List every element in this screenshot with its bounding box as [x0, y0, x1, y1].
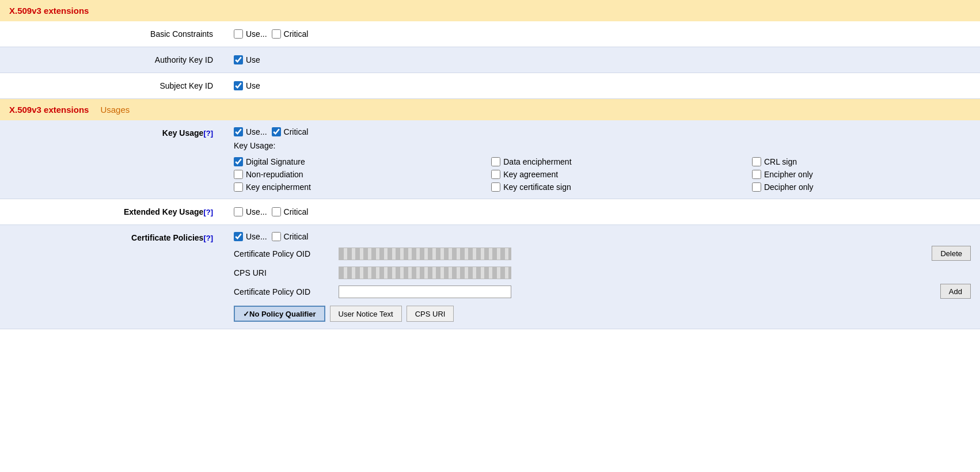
ku-digital-sig-checkbox[interactable]: Digital Signature [234, 157, 468, 166]
subject-use-checkbox[interactable]: Use [234, 81, 260, 90]
cp-oid-input-1-blurred [339, 248, 511, 260]
subject-use-input[interactable] [234, 81, 243, 90]
ku-key-agree-checkbox[interactable]: Key agreement [491, 170, 729, 179]
section-2-subtitle: Usages [100, 105, 130, 115]
authority-use-checkbox[interactable]: Use [234, 55, 260, 64]
basic-critical-input[interactable] [272, 29, 281, 39]
cp-oid-input-2[interactable] [339, 286, 511, 298]
key-usage-grid: Digital Signature Data encipherment CRL … [234, 157, 971, 192]
qualifier-row: ✓No Policy Qualifier User Notice Text CP… [234, 306, 971, 322]
ku-data-enc-checkbox[interactable]: Data encipherment [491, 157, 729, 166]
ku-key-cert-input[interactable] [491, 182, 500, 192]
cp-help[interactable]: [?] [203, 234, 213, 242]
eku-critical-input[interactable] [272, 207, 281, 216]
key-usage-sublabel: Key Usage: [234, 141, 971, 150]
ku-non-rep-checkbox[interactable]: Non-repudiation [234, 170, 468, 179]
basic-critical-checkbox[interactable]: Critical [272, 29, 309, 39]
basic-use-input[interactable] [234, 29, 243, 39]
cp-critical-input[interactable] [272, 232, 281, 241]
eku-help[interactable]: [?] [203, 208, 213, 216]
add-button[interactable]: Add [940, 284, 971, 299]
subject-key-id-row: Subject Key ID Use [0, 73, 980, 99]
delete-button[interactable]: Delete [932, 246, 971, 261]
basic-constraints-content: Use... Critical [225, 21, 980, 47]
extended-key-usage-row: Extended Key Usage[?] Use... Critical [0, 199, 980, 225]
cp-use-input[interactable] [234, 232, 243, 241]
key-usage-row: Key Usage[?] Use... Critical Key Usage: … [0, 120, 980, 199]
section-1-title: X.509v3 extensions [9, 6, 89, 16]
cert-policy-oid-row-1: Certificate Policy OID Delete [234, 246, 971, 261]
cp-oid-label-1: Certificate Policy OID [234, 249, 332, 258]
ku-crl-sign-input[interactable] [752, 157, 761, 166]
ku-use-checkbox[interactable]: Use... [234, 127, 267, 136]
subject-key-id-content: Use [225, 73, 980, 98]
ku-encipher-checkbox[interactable]: Encipher only [752, 170, 971, 179]
key-usage-content: Use... Critical Key Usage: Digital Signa… [225, 120, 980, 199]
extended-key-usage-content: Use... Critical [225, 199, 980, 224]
ku-encipher-input[interactable] [752, 170, 761, 179]
key-usage-help[interactable]: [?] [203, 129, 213, 138]
cps-uri-label: CPS URI [234, 268, 332, 277]
eku-critical-checkbox[interactable]: Critical [272, 207, 309, 216]
ku-critical-checkbox[interactable]: Critical [272, 127, 309, 136]
ku-decipher-input[interactable] [752, 182, 761, 192]
subject-key-id-label: Subject Key ID [0, 73, 225, 98]
ku-key-enc-checkbox[interactable]: Key encipherment [234, 182, 468, 192]
cps-uri-button[interactable]: CPS URI [407, 306, 454, 322]
cps-uri-input-blurred [339, 267, 511, 279]
user-notice-text-button[interactable]: User Notice Text [330, 306, 402, 322]
ku-data-enc-input[interactable] [491, 157, 500, 166]
cert-policies-label: Certificate Policies[?] [0, 225, 225, 329]
eku-use-checkbox[interactable]: Use... [234, 207, 267, 216]
cp-critical-checkbox[interactable]: Critical [272, 232, 309, 241]
authority-key-id-label: Authority Key ID [0, 47, 225, 73]
ku-non-rep-input[interactable] [234, 170, 243, 179]
basic-constraints-label: Basic Constraints [0, 21, 225, 47]
section-2-header: X.509v3 extensions Usages [0, 99, 980, 120]
basic-constraints-row: Basic Constraints Use... Critical [0, 21, 980, 47]
cert-policy-oid-row-2: Certificate Policy OID Add [234, 284, 971, 299]
cert-policies-row: Certificate Policies[?] Use... Critical … [0, 225, 980, 329]
eku-use-input[interactable] [234, 207, 243, 216]
ku-key-cert-checkbox[interactable]: Key certificate sign [491, 182, 729, 192]
cp-use-checkbox[interactable]: Use... [234, 232, 267, 241]
ku-crl-sign-checkbox[interactable]: CRL sign [752, 157, 971, 166]
cps-uri-row: CPS URI [234, 267, 971, 279]
basic-use-checkbox[interactable]: Use... [234, 29, 267, 39]
ku-decipher-checkbox[interactable]: Decipher only [752, 182, 971, 192]
authority-key-id-row: Authority Key ID Use [0, 47, 980, 73]
cert-policies-content: Use... Critical Certificate Policy OID D… [225, 225, 980, 329]
no-policy-qualifier-button[interactable]: ✓No Policy Qualifier [234, 306, 325, 322]
ku-digital-sig-input[interactable] [234, 157, 243, 166]
cp-oid-label-2: Certificate Policy OID [234, 287, 332, 296]
ku-key-enc-input[interactable] [234, 182, 243, 192]
extended-key-usage-label: Extended Key Usage[?] [0, 199, 225, 224]
key-usage-label: Key Usage[?] [0, 120, 225, 199]
authority-key-id-content: Use [225, 47, 980, 73]
authority-use-input[interactable] [234, 55, 243, 64]
page-container: X.509v3 extensions Basic Constraints Use… [0, 0, 980, 329]
ku-critical-input[interactable] [272, 127, 281, 136]
section-2-title: X.509v3 extensions [9, 105, 89, 115]
section-1-header: X.509v3 extensions [0, 0, 980, 21]
ku-key-agree-input[interactable] [491, 170, 500, 179]
ku-use-input[interactable] [234, 127, 243, 136]
